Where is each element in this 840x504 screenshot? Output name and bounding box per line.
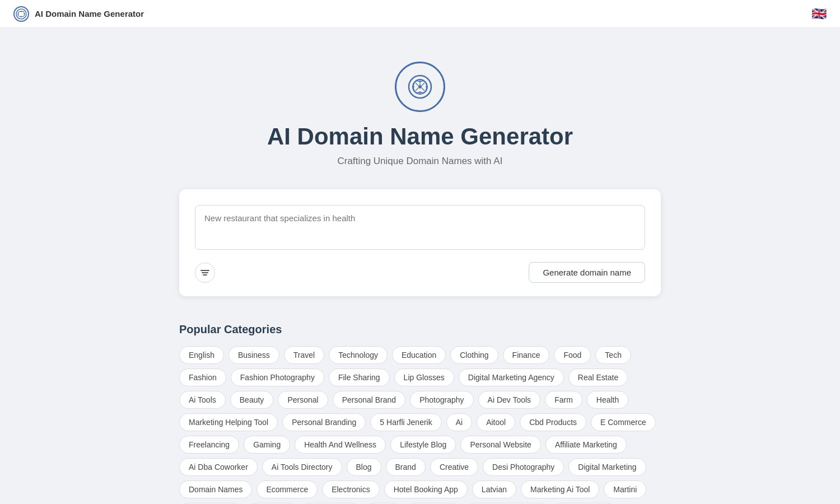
header-title: AI Domain Name Generator [35,9,144,18]
category-tag[interactable]: Personal [278,391,328,409]
category-tag[interactable]: Ai [446,413,472,431]
category-tag[interactable]: File Sharing [329,368,390,386]
category-tag[interactable]: Creative [430,458,478,476]
category-tag[interactable]: Marketing Helping Tool [179,413,278,431]
hero-section: AI Domain Name Generator Crafting Unique… [179,62,661,167]
category-tag[interactable]: Photography [410,391,473,409]
category-tag[interactable]: Martini [604,480,646,498]
category-tag[interactable]: Health [587,391,628,409]
svg-line-14 [422,83,424,86]
category-tag[interactable]: Lifestyle Blog [390,436,456,454]
hero-title: AI Domain Name Generator [267,123,573,150]
category-tag[interactable]: Brand [386,458,426,476]
category-tag[interactable]: Digital Marketing Agency [459,368,564,386]
input-actions: Generate domain name [195,262,645,283]
category-tag[interactable]: Health And Wellness [295,436,386,454]
category-tag[interactable]: Food [554,346,591,364]
category-tag[interactable]: Marketing Ai Tool [521,480,599,498]
category-tag[interactable]: Aitool [477,413,515,431]
category-tag[interactable]: Finance [503,346,550,364]
category-tag[interactable]: Ai Dev Tools [478,391,541,409]
category-tag[interactable]: Education [392,346,446,364]
category-tag[interactable]: Lip Glosses [394,368,454,386]
svg-line-16 [416,88,418,91]
svg-line-15 [422,88,424,91]
svg-line-17 [416,83,418,86]
category-tag[interactable]: Domain Names [179,480,252,498]
category-tag[interactable]: Farm [545,391,582,409]
category-tag[interactable]: Ecommerce [256,480,318,498]
svg-point-12 [418,85,422,88]
category-tag[interactable]: 5 Harfli Jenerik [370,413,441,431]
filter-lines-icon [200,269,209,277]
generate-button[interactable]: Generate domain name [529,262,645,283]
domain-description-input[interactable] [195,205,645,250]
category-tag[interactable]: E Commerce [591,413,656,431]
category-tag[interactable]: Desi Photography [483,458,564,476]
category-tag[interactable]: Latvian [472,480,516,498]
category-tag[interactable]: Electronics [322,480,379,498]
category-tag[interactable]: Affiliate Marketing [545,436,627,454]
category-tag[interactable]: Gaming [244,436,290,454]
category-tag[interactable]: Personal Branding [282,413,366,431]
category-tag[interactable]: Real Estate [568,368,628,386]
hero-brain-icon [395,62,445,112]
category-tag[interactable]: Business [228,346,279,364]
category-tag[interactable]: English [179,346,224,364]
category-tag[interactable]: Freelancing [179,436,239,454]
category-tag[interactable]: Clothing [450,346,498,364]
category-tag[interactable]: Cbd Products [520,413,586,431]
category-tag[interactable]: Beauty [230,391,274,409]
category-tag[interactable]: Ai Dba Coworker [179,458,258,476]
main-content: AI Domain Name Generator Crafting Unique… [168,28,672,504]
brain-svg-icon [405,72,435,102]
category-tag[interactable]: Blog [347,458,381,476]
category-tag[interactable]: Personal Brand [333,391,406,409]
category-tag[interactable]: Ai Tools Directory [262,458,342,476]
category-tag[interactable]: Travel [284,346,324,364]
hero-subtitle: Crafting Unique Domain Names with AI [338,156,503,167]
category-tag[interactable]: Personal Website [460,436,540,454]
category-tag[interactable]: Tech [595,346,631,364]
app-header: AI Domain Name Generator 🇬🇧 [0,0,840,28]
filter-options-button[interactable] [195,263,215,283]
language-flag-icon[interactable]: 🇬🇧 [811,7,827,21]
category-tag[interactable]: Ai Tools [179,391,226,409]
input-card: Generate domain name [179,189,661,296]
categories-title: Popular Categories [179,323,661,336]
category-tag[interactable]: Fashion Photography [231,368,324,386]
category-tag[interactable]: Fashion [179,368,226,386]
category-tag[interactable]: Digital Marketing [568,458,646,476]
category-tag[interactable]: Technology [329,346,388,364]
tags-container: EnglishBusinessTravelTechnologyEducation… [179,346,661,504]
brain-logo-icon [13,6,29,22]
category-tag[interactable]: Hotel Booking App [384,480,468,498]
header-left: AI Domain Name Generator [13,6,144,22]
categories-section: Popular Categories EnglishBusinessTravel… [179,323,661,504]
